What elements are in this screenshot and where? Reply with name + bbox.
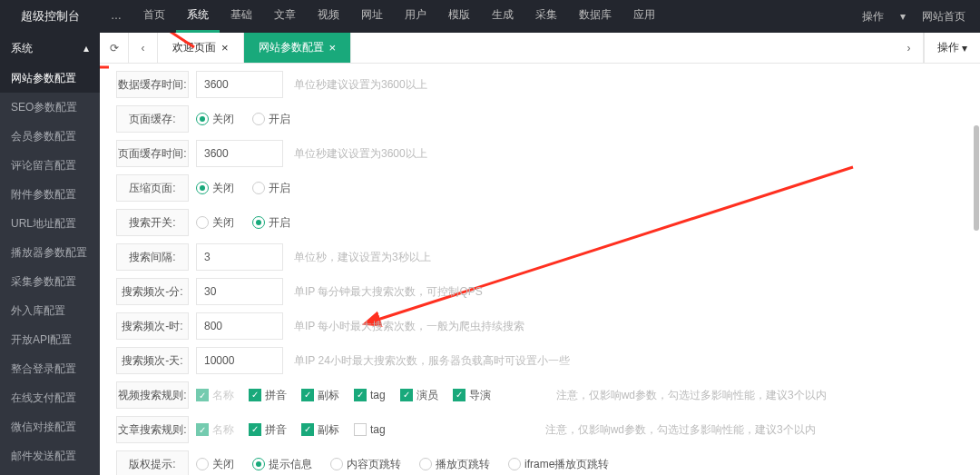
tab[interactable]: 欢迎页面× bbox=[158, 33, 244, 63]
topnav-item[interactable]: 生成 bbox=[481, 0, 524, 33]
sidebar-item[interactable]: 微信对接配置 bbox=[0, 412, 100, 441]
close-icon[interactable]: × bbox=[221, 41, 229, 54]
topnav-item[interactable]: 应用 bbox=[622, 0, 666, 33]
field-label: 版权提示: bbox=[116, 450, 189, 475]
sidebar-category[interactable]: 系统 ▴ bbox=[0, 33, 100, 64]
art_search_rule-check[interactable]: tag bbox=[354, 423, 386, 436]
field-label: 视频搜索规则: bbox=[116, 381, 189, 409]
copyright-radio[interactable]: iframe播放页跳转 bbox=[508, 457, 609, 472]
compress-radio[interactable]: 开启 bbox=[252, 181, 290, 196]
sidebar-item[interactable]: 在线支付配置 bbox=[0, 383, 100, 412]
field-label: 搜索频次-时: bbox=[116, 312, 189, 340]
hint: 单位秒建议设置为3600以上 bbox=[294, 146, 427, 162]
chevron-up-icon: ▴ bbox=[83, 42, 89, 54]
data_cache_time-input[interactable] bbox=[196, 71, 283, 98]
topnav-item[interactable]: 模版 bbox=[437, 0, 481, 33]
hint: 单位秒，建议设置为3秒以上 bbox=[294, 250, 431, 265]
copyright-radio[interactable]: 播放页跳转 bbox=[419, 457, 490, 472]
field-label: 页面缓存: bbox=[116, 105, 189, 133]
tab-prev-icon[interactable]: ‹ bbox=[129, 33, 158, 63]
hint: 单IP 每分钟最大搜索次数，可控制QPS bbox=[294, 284, 483, 300]
sidebar-item[interactable]: 短信发送配置 bbox=[0, 470, 100, 475]
topnav-item[interactable]: 基础 bbox=[220, 0, 263, 33]
sidebar-item[interactable]: 播放器参数配置 bbox=[0, 238, 100, 267]
field-label: 文章搜索规则: bbox=[116, 416, 189, 443]
topnav-item[interactable]: 文章 bbox=[263, 0, 307, 33]
vod_search_rule-check[interactable]: 名称 bbox=[196, 388, 234, 403]
copyright-radio[interactable]: 提示信息 bbox=[252, 457, 312, 472]
page_cache-radio[interactable]: 关闭 bbox=[196, 112, 234, 127]
tab-next-icon[interactable]: › bbox=[895, 33, 924, 63]
chevron-down-icon: ▾ bbox=[962, 42, 967, 54]
tab[interactable]: 网站参数配置× bbox=[244, 33, 352, 63]
hint: 单IP 24小时最大搜索次数，服务器负载高时可设置小一些 bbox=[294, 353, 570, 369]
sidebar-item[interactable]: 评论留言配置 bbox=[0, 151, 100, 180]
topnav-item[interactable]: 采集 bbox=[524, 0, 568, 33]
topnav-item[interactable]: 首页 bbox=[132, 0, 176, 33]
vod_search_rule-check[interactable]: 拼音 bbox=[249, 388, 287, 403]
topnav-item[interactable]: 视频 bbox=[307, 0, 350, 33]
topnav-item[interactable]: 网址 bbox=[350, 0, 394, 33]
vod_search_rule-check[interactable]: 导演 bbox=[453, 388, 491, 403]
hint: 单位秒建议设置为3600以上 bbox=[294, 77, 427, 93]
field-label: 搜索间隔: bbox=[116, 243, 189, 271]
topnav-item[interactable]: 系统 bbox=[176, 0, 220, 33]
sidebar-item[interactable]: 邮件发送配置 bbox=[0, 441, 100, 470]
sidebar-item[interactable]: URL地址配置 bbox=[0, 209, 100, 238]
hint: 注意，仅影响wd参数，勾选过多影响性能，建议3个以内 bbox=[545, 422, 816, 438]
topnav-item[interactable]: … bbox=[100, 0, 132, 33]
field-label: 页面缓存时间: bbox=[116, 140, 189, 167]
page_cache-radio[interactable]: 开启 bbox=[252, 112, 290, 127]
field-label: 数据缓存时间: bbox=[116, 71, 189, 98]
compress-radio[interactable]: 关闭 bbox=[196, 181, 234, 196]
search_per_min-input[interactable] bbox=[196, 278, 283, 305]
topnav-item[interactable]: 用户 bbox=[394, 0, 437, 33]
tab-ops[interactable]: 操作▾ bbox=[924, 33, 980, 63]
search_per_day-input[interactable] bbox=[196, 347, 283, 374]
topnav-item[interactable]: 数据库 bbox=[568, 0, 622, 33]
field-label: 压缩页面: bbox=[116, 174, 189, 202]
sidebar-item[interactable]: 附件参数配置 bbox=[0, 180, 100, 209]
sidebar-item[interactable]: SEO参数配置 bbox=[0, 93, 100, 122]
vod_search_rule-check[interactable]: 演员 bbox=[400, 388, 438, 403]
search_per_hour-input[interactable] bbox=[196, 312, 283, 340]
art_search_rule-check[interactable]: 拼音 bbox=[249, 422, 287, 438]
sidebar-item[interactable]: 外入库配置 bbox=[0, 296, 100, 325]
sidebar-item[interactable]: 整合登录配置 bbox=[0, 354, 100, 383]
top-ops[interactable]: 操作▾ bbox=[846, 9, 906, 25]
field-label: 搜索开关: bbox=[116, 209, 189, 236]
vod_search_rule-check[interactable]: 副标 bbox=[301, 388, 339, 403]
search_switch-radio[interactable]: 开启 bbox=[252, 215, 290, 231]
field-label: 搜索频次-分: bbox=[116, 278, 189, 305]
search_interval-input[interactable] bbox=[196, 243, 283, 271]
top-site-home[interactable]: 网站首页 bbox=[922, 9, 965, 25]
sidebar-item[interactable]: 采集参数配置 bbox=[0, 267, 100, 296]
sidebar-item[interactable]: 开放API配置 bbox=[0, 325, 100, 354]
art_search_rule-check[interactable]: 名称 bbox=[196, 422, 234, 438]
brand: 超级控制台 bbox=[0, 8, 100, 25]
search_switch-radio[interactable]: 关闭 bbox=[196, 215, 234, 231]
copyright-radio[interactable]: 内容页跳转 bbox=[330, 457, 401, 472]
page_cache_time-input[interactable] bbox=[196, 140, 283, 167]
hint: 注意，仅影响wd参数，勾选过多影响性能，建议3个以内 bbox=[556, 388, 827, 403]
hint: 单IP 每小时最大搜索次数，一般为爬虫持续搜索 bbox=[294, 319, 524, 334]
refresh-icon[interactable]: ⟳ bbox=[100, 33, 129, 63]
sidebar-item[interactable]: 会员参数配置 bbox=[0, 122, 100, 151]
copyright-radio[interactable]: 关闭 bbox=[196, 457, 234, 472]
close-icon[interactable]: × bbox=[329, 41, 337, 54]
chevron-down-icon: ▾ bbox=[900, 10, 906, 23]
sidebar-item[interactable]: 网站参数配置 bbox=[0, 64, 100, 93]
vod_search_rule-check[interactable]: tag bbox=[354, 389, 386, 401]
field-label: 搜索频次-天: bbox=[116, 347, 189, 374]
art_search_rule-check[interactable]: 副标 bbox=[301, 422, 339, 438]
